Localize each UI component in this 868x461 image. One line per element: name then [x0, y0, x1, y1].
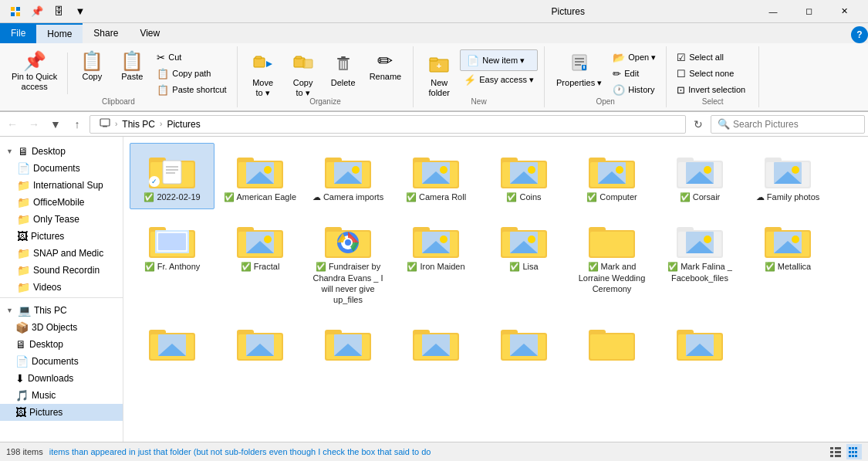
sidebar-item-international[interactable]: 📁 International Sup: [0, 177, 123, 194]
sidebar-item-documents-pc[interactable]: 📄 Documents: [0, 353, 123, 370]
tab-home[interactable]: Home: [36, 23, 83, 43]
minimize-button[interactable]: —: [755, 0, 791, 23]
new-item-button[interactable]: 📄 New item ▾: [460, 49, 538, 71]
sidebar-item-thispc[interactable]: ▼ 💻 This PC: [0, 302, 123, 319]
invert-selection-button[interactable]: ⊡ Invert selection: [673, 82, 749, 97]
forward-button[interactable]: →: [25, 115, 43, 134]
qat-properties[interactable]: 🗄: [49, 2, 68, 21]
copy-to-button[interactable]: Copyto ▾: [284, 49, 323, 97]
properties-button[interactable]: Properties ▾: [551, 49, 607, 97]
folder-name8: ☁ Family photos: [756, 192, 820, 202]
folder-2022-02-19[interactable]: ✓ ✅ 2022-02-19: [130, 143, 214, 209]
sidebar-item-sound[interactable]: 📁 Sound Recordin: [0, 262, 123, 279]
folder-corsair[interactable]: ✅ Corsair: [657, 143, 742, 209]
search-input[interactable]: [733, 119, 858, 130]
easy-access-button[interactable]: ⚡ Easy access ▾: [460, 72, 538, 87]
select-none-button[interactable]: ☐ Select none: [673, 66, 749, 81]
folder-row3-7[interactable]: [657, 315, 742, 371]
folder-svg6: [587, 150, 637, 190]
address-pictures[interactable]: Pictures: [164, 118, 203, 131]
folder-row3-4[interactable]: [393, 315, 478, 371]
sidebar-item-videos[interactable]: 📁 Videos: [0, 279, 123, 296]
cut-button[interactable]: ✂ Cut: [153, 49, 230, 65]
close-button[interactable]: ✕: [826, 0, 862, 23]
sidebar-item-snap[interactable]: 📁 SNAP and Medic: [0, 245, 123, 262]
folder-fundraiser[interactable]: ✅ Fundraiser by Chandra Evans _ I will n…: [306, 212, 390, 312]
docs-pc-icon: 📄: [15, 355, 29, 368]
folder-row3-5[interactable]: [481, 315, 566, 371]
new-folder-button[interactable]: + Newfolder: [420, 49, 458, 97]
address-bar[interactable]: › This PC › Pictures: [90, 115, 686, 134]
select-all-button[interactable]: ☑ Select all: [673, 49, 749, 65]
sidebar-label: Only Tease: [33, 214, 79, 225]
address-this-pc-label[interactable]: This PC: [119, 118, 158, 131]
folder-row3-1[interactable]: [130, 315, 214, 371]
svg-rect-5: [255, 56, 262, 59]
folder-mark-falina[interactable]: ✅ Mark Falina _ Facebook_files: [657, 212, 742, 312]
folder-american-eagle[interactable]: ✅ American Eagle: [218, 143, 302, 209]
folder-metallica[interactable]: ✅ Metallica: [745, 212, 830, 312]
folder-row3-3[interactable]: [306, 315, 390, 371]
sidebar-item-desktop-pc[interactable]: 🖥 Desktop: [0, 336, 123, 353]
folder-camera-roll[interactable]: ✅ Camera Roll: [393, 143, 478, 209]
edit-button[interactable]: ✏ Edit: [609, 66, 660, 81]
recent-locations-button[interactable]: ▼: [46, 115, 65, 134]
list-view-button[interactable]: [828, 444, 843, 459]
file-area[interactable]: ✓ ✅ 2022-02-19 ✅ American Eagle: [123, 137, 868, 442]
help-button[interactable]: ?: [851, 26, 868, 43]
paste-icon: 📋: [120, 52, 144, 70]
folder-camera-imports[interactable]: ☁ Camera imports: [306, 143, 390, 209]
address-this-pc[interactable]: [96, 117, 113, 131]
tab-share[interactable]: Share: [83, 23, 129, 43]
sidebar-item-officemobile[interactable]: 📁 OfficeMobile: [0, 194, 123, 211]
qat-pin[interactable]: 📌: [28, 2, 46, 21]
folder-row3-6[interactable]: [569, 315, 654, 371]
detail-view-button[interactable]: [846, 444, 862, 459]
folder-mark-lorraine[interactable]: ✅ Mark and Lorraine Wedding Ceremony: [569, 212, 654, 312]
delete-button[interactable]: Delete: [324, 49, 363, 97]
sidebar-item-pictures-fav[interactable]: 🖼 Pictures: [0, 228, 123, 245]
paste-shortcut-button[interactable]: 📋 Paste shortcut: [153, 82, 230, 97]
window-icon: [6, 2, 25, 21]
folder-family-photos[interactable]: ☁ Family photos: [745, 143, 830, 209]
folder-icon-wrapper2: [235, 150, 285, 190]
maximize-button[interactable]: ◻: [791, 0, 826, 23]
folder-computer[interactable]: ✅ Computer: [569, 143, 654, 209]
address-refresh[interactable]: ↻: [689, 115, 708, 134]
sidebar-item-3dobjects[interactable]: 📦 3D Objects: [0, 319, 123, 336]
svg-point-101: [440, 236, 448, 243]
folder-fr-anthony[interactable]: ✅ Fr. Anthony: [130, 212, 214, 312]
rename-button[interactable]: ✏ Rename: [364, 49, 407, 97]
sidebar-item-pictures-pc[interactable]: 🖼 Pictures: [0, 404, 123, 421]
folder-fractal[interactable]: ✅ Fractal: [218, 212, 302, 312]
pin-to-quick-access-button[interactable]: 📌 Pin to Quickaccess: [6, 49, 62, 97]
folder-name4: ✅ Camera Roll: [406, 192, 466, 202]
sidebar-item-onlytease[interactable]: 📁 Only Tease: [0, 211, 123, 228]
folder-name: ✅ 2022-02-19: [144, 192, 200, 202]
back-button[interactable]: ←: [3, 115, 22, 134]
sidebar-item-downloads[interactable]: ⬇ Downloads: [0, 370, 123, 387]
sidebar-item-music[interactable]: 🎵 Music: [0, 387, 123, 404]
svg-rect-3: [16, 12, 20, 16]
up-button[interactable]: ↑: [68, 115, 86, 134]
folder-coins[interactable]: ✅ Coins: [481, 143, 566, 209]
tab-view[interactable]: View: [129, 23, 171, 43]
folder-name2: ✅ American Eagle: [224, 192, 296, 202]
move-to-button[interactable]: Moveto ▾: [244, 49, 282, 97]
tab-file[interactable]: File: [0, 23, 36, 43]
folder-iron-maiden[interactable]: ✅ Iron Maiden: [393, 212, 478, 312]
sidebar-item-desktop-fav[interactable]: ▼ 🖥 Desktop: [0, 143, 123, 160]
search-bar[interactable]: 🔍: [711, 115, 865, 134]
copy-path-button[interactable]: 📋 Copy path: [153, 66, 230, 81]
paste-button[interactable]: 📋 Paste: [113, 49, 151, 97]
folder-name15: ✅ Mark Falina _ Facebook_files: [661, 261, 738, 283]
history-button[interactable]: 🕐 History: [609, 82, 660, 97]
sidebar-item-documents-fav[interactable]: 📄 Documents: [0, 160, 123, 177]
open-extras: 📂 Open ▾ ✏ Edit 🕐 History: [609, 49, 660, 97]
folder-lisa[interactable]: ✅ Lisa: [481, 212, 566, 312]
open-button[interactable]: 📂 Open ▾: [609, 49, 660, 65]
copy-button[interactable]: 📋 Copy: [73, 49, 111, 97]
folder-row3-2[interactable]: [218, 315, 302, 371]
folder-name12: ✅ Iron Maiden: [407, 261, 464, 272]
qat-expand[interactable]: ▼: [71, 2, 90, 21]
